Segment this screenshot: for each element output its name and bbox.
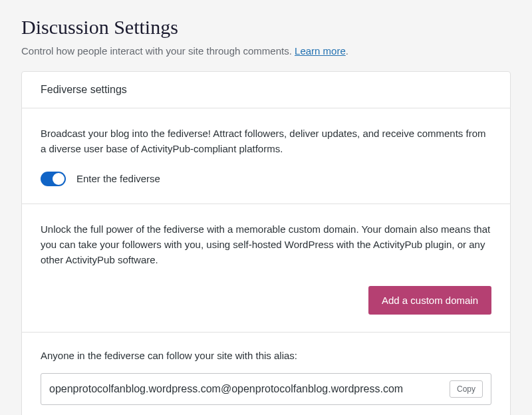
alias-section: Anyone in the fediverse can follow your … [22, 333, 510, 415]
enter-fediverse-label: Enter the fediverse [76, 173, 160, 184]
enter-fediverse-toggle[interactable] [41, 172, 66, 186]
broadcast-section: Broadcast your blog into the fediverse! … [22, 108, 510, 204]
subtitle-text: Control how people interact with your si… [21, 45, 295, 57]
fediverse-settings-card: Fediverse settings Broadcast your blog i… [21, 71, 511, 415]
page-title: Discussion Settings [21, 16, 511, 39]
card-header: Fediverse settings [22, 72, 510, 108]
broadcast-description: Broadcast your blog into the fediverse! … [41, 126, 491, 157]
custom-domain-button-row: Add a custom domain [41, 286, 491, 315]
page-subtitle: Control how people interact with your si… [21, 45, 511, 57]
learn-more-link[interactable]: Learn more [295, 45, 346, 57]
subtitle-suffix: . [346, 45, 348, 57]
alias-value: openprotocolfanblog.wordpress.com@openpr… [49, 383, 442, 395]
toggle-knob [53, 173, 65, 185]
copy-alias-button[interactable]: Copy [450, 380, 483, 398]
custom-domain-section: Unlock the full power of the fediverse w… [22, 204, 510, 333]
enter-fediverse-row: Enter the fediverse [41, 172, 491, 186]
custom-domain-description: Unlock the full power of the fediverse w… [41, 221, 491, 268]
add-custom-domain-button[interactable]: Add a custom domain [368, 286, 491, 315]
alias-label: Anyone in the fediverse can follow your … [41, 350, 491, 361]
alias-box: openprotocolfanblog.wordpress.com@openpr… [41, 373, 491, 405]
